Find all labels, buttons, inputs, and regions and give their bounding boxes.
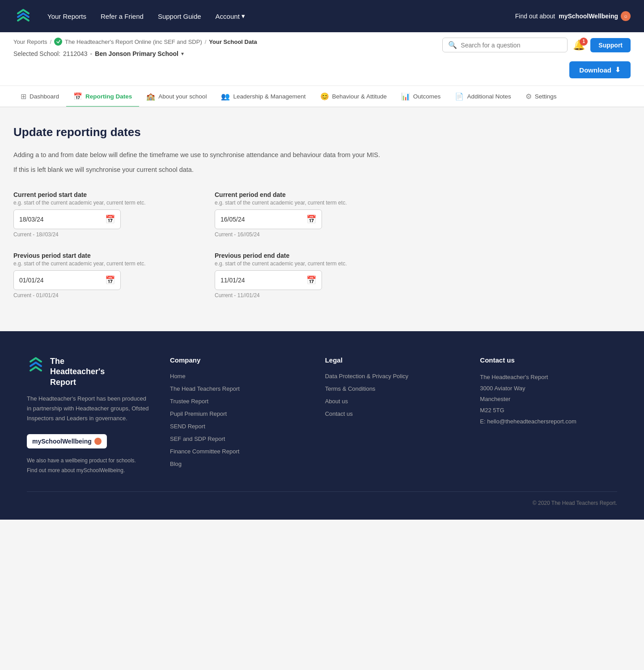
nav-refer-friend[interactable]: Refer a Friend [101,12,144,20]
footer-link-terms[interactable]: Terms & Conditions [325,384,462,393]
prev-end-calendar-icon[interactable]: 📅 [306,275,316,285]
date-fields-grid: Current period start date e.g. start of … [13,191,389,299]
msw-logo[interactable]: mySchoolWellbeing ☺ [559,11,631,21]
footer-logo-wrap: The Headteacher's Report [27,356,152,388]
prev-end-input[interactable] [220,277,283,284]
dashboard-icon: ⊞ [21,92,26,101]
footer-legal-col: Legal Data Protection & Privacy Policy T… [325,356,462,474]
tab-behaviour[interactable]: 😊 Behaviour & Attitude [313,86,394,107]
tab-dashboard-label: Dashboard [30,93,59,100]
brand-logo[interactable] [13,6,33,26]
nav-your-reports[interactable]: Your Reports [47,12,86,20]
current-start-input[interactable] [19,216,82,223]
current-start-current-text: Current - 18//03/24 [13,231,188,238]
main-content: Update reporting dates Adding a to and f… [0,107,402,325]
footer-company-title: Company [170,356,307,364]
footer-address: The Headteacher's Report 3000 Aviator Wa… [480,372,617,427]
prev-start-sublabel: e.g. start of the current academic year,… [13,260,188,267]
support-button[interactable]: Support [590,38,631,52]
footer-logo-icon [27,356,45,378]
prev-start-date-group: Previous period start date e.g. start of… [13,252,188,299]
footer-contact-col: Contact us The Headteacher's Report 3000… [480,356,617,474]
search-box[interactable]: 🔍 [442,38,568,52]
breadcrumb-right: 🔍 🔔 1 Support Download ⬇ [442,38,631,85]
footer-link-head-teachers-report[interactable]: The Head Teachers Report [170,384,307,393]
footer-link-blog[interactable]: Blog [170,460,307,468]
footer-link-pupil-premium[interactable]: Pupil Premium Report [170,410,307,418]
footer-link-contact-us[interactable]: Contact us [325,410,462,418]
breadcrumb-sep2: / [205,38,207,45]
school-dropdown-icon[interactable]: ▾ [181,51,184,57]
footer-legal-links: Data Protection & Privacy Policy Terms &… [325,372,462,418]
download-button[interactable]: Download ⬇ [569,61,631,78]
account-dropdown-icon: ▾ [242,12,245,20]
prev-start-label: Previous period start date [13,252,188,259]
tab-reporting-dates[interactable]: 📅 Reporting Dates [66,86,139,107]
current-end-input-wrap: 📅 [215,209,322,229]
leadership-icon: 👥 [221,92,230,101]
breadcrumb-your-reports[interactable]: Your Reports [13,38,47,45]
footer-link-about-us[interactable]: About us [325,397,462,405]
prev-start-current-text: Current - 01//01/24 [13,292,188,299]
notification-bell-wrap[interactable]: 🔔 1 [573,39,585,51]
prev-end-current-text: Current - 11//01/24 [215,292,389,299]
prev-start-input[interactable] [19,277,82,284]
footer-copyright: © 2020 The Head Teachers Report. [27,491,617,506]
current-end-calendar-icon[interactable]: 📅 [306,214,316,224]
current-end-sublabel: e.g. start of the current academic year,… [215,200,389,206]
current-start-label: Current period start date [13,191,188,198]
footer-contact-title: Contact us [480,356,617,364]
tab-about-school[interactable]: 🏫 About your school [139,86,214,107]
prev-start-calendar-icon[interactable]: 📅 [105,275,115,285]
current-start-calendar-icon[interactable]: 📅 [105,214,115,224]
page-title: Update reporting dates [13,125,389,139]
nav-left: Your Reports Refer a Friend Support Guid… [13,6,245,26]
footer-company-col: Company Home The Head Teachers Report Tr… [170,356,307,474]
current-start-date-group: Current period start date e.g. start of … [13,191,188,238]
tab-dashboard[interactable]: ⊞ Dashboard [13,86,66,107]
search-input[interactable] [461,42,562,49]
footer-link-send-report[interactable]: SEND Report [170,422,307,430]
settings-icon: ⚙ [525,92,532,101]
prev-start-input-wrap: 📅 [13,270,121,290]
find-out-text: Find out about [515,13,555,20]
tab-leadership-label: Leadership & Management [233,93,305,100]
footer-postcode: M22 5TG [480,405,617,416]
msw-circle-icon: ☺ [621,11,631,21]
current-end-input[interactable] [220,216,283,223]
msw-brand-text: mySchoolWellbeing [559,13,618,20]
msw-footer-logo[interactable]: mySchoolWellbeing [27,434,107,448]
school-row: Selected School: 2112043 - Ben Jonson Pr… [13,46,257,63]
tab-outcomes[interactable]: 📊 Outcomes [394,86,448,107]
tab-outcomes-label: Outcomes [413,93,441,100]
current-end-date-group: Current period end date e.g. start of th… [215,191,389,238]
msw-footer-circle-icon [94,438,102,445]
footer: The Headteacher's Report The Headteacher… [0,331,644,520]
footer-link-sef-sdp[interactable]: SEF and SDP Report [170,435,307,443]
about-school-icon: 🏫 [146,92,155,101]
footer-link-data-protection[interactable]: Data Protection & Privacy Policy [325,372,462,380]
current-end-current-text: Current - 16//05/24 [215,231,389,238]
nav-support-guide[interactable]: Support Guide [158,12,201,20]
footer-contact-name: The Headteacher's Report [480,372,617,383]
footer-link-home[interactable]: Home [170,372,307,380]
current-start-input-wrap: 📅 [13,209,121,229]
nav-right: Find out about mySchoolWellbeing ☺ [515,11,631,21]
nav-account[interactable]: Account ▾ [216,12,245,20]
breadcrumb-sep1: / [50,38,51,45]
tab-settings[interactable]: ⚙ Settings [518,86,564,107]
breadcrumb-report-name[interactable]: The Headteacher's Report Online (inc SEF… [65,38,202,45]
breadcrumb-report-icon [54,38,62,46]
footer-tagline-1: We also have a wellbeing product for sch… [27,457,152,464]
footer-address-2: Manchester [480,394,617,405]
prev-end-date-group: Previous period end date e.g. start of t… [215,252,389,299]
footer-link-finance-committee[interactable]: Finance Committee Report [170,447,307,455]
tab-additional-notes[interactable]: 📄 Additional Notes [448,86,518,107]
footer-company-links: Home The Head Teachers Report Trustee Re… [170,372,307,468]
footer-brand-col: The Headteacher's Report The Headteacher… [27,356,152,474]
footer-tagline-2[interactable]: Find out more about mySchoolWellbeing. [27,467,152,474]
breadcrumb-current: Your School Data [209,38,257,45]
footer-link-trustee-report[interactable]: Trustee Report [170,397,307,405]
tab-leadership[interactable]: 👥 Leadership & Management [214,86,313,107]
footer-email[interactable]: E: hello@theheadteachersreport.com [480,416,617,427]
